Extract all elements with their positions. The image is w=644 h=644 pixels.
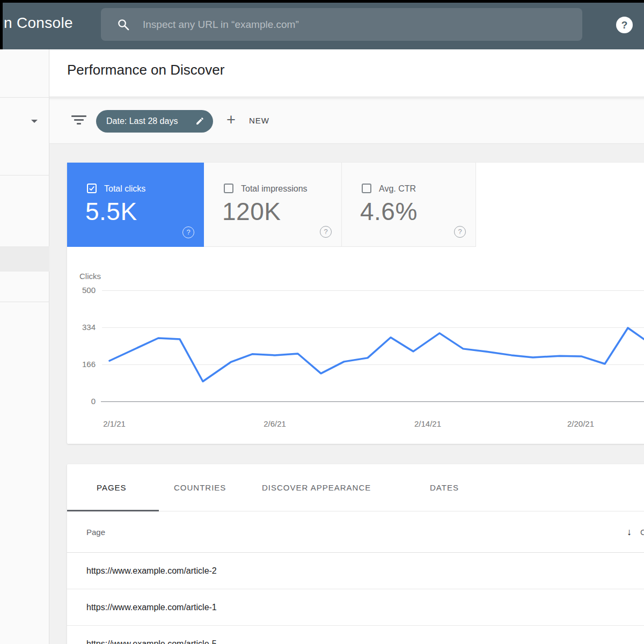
performance-chart-card: Total clicks 5.5K ? Total impressions 12… — [67, 163, 644, 444]
page-title: Performance on Discover — [67, 62, 224, 78]
search-console-performance-page: { "header": { "logo": "n Console", "sear… — [0, 0, 644, 644]
page-url-cell[interactable]: https://www.example.com/article-5 — [86, 626, 217, 644]
dimension-tabs: PAGES COUNTRIES DISCOVER APPEARANCE DATE… — [67, 464, 644, 511]
new-filter-label: NEW — [249, 116, 269, 125]
property-selector-chevron-down-icon[interactable] — [31, 120, 38, 123]
sidebar-divider — [0, 97, 49, 98]
help-button[interactable]: ? — [616, 17, 633, 33]
column-header-clicks-cutoff[interactable]: C — [640, 511, 644, 553]
tab-discover-appearance[interactable]: DISCOVER APPEARANCE — [262, 483, 371, 492]
app-header: n Console Inspect any URL in “example.co… — [0, 0, 644, 49]
sort-arrow-down-icon: ↓ — [627, 511, 632, 553]
search-placeholder: Inspect any URL in “example.com” — [143, 8, 299, 41]
dimensions-table-card: PAGES COUNTRIES DISCOVER APPEARANCE DATE… — [67, 464, 644, 644]
x-tick-label: 2/14/21 — [414, 419, 441, 428]
sidebar-divider — [0, 175, 49, 175]
table-row[interactable]: https://www.example.com/article-1 2 — [67, 589, 644, 626]
x-tick-label: 2/20/21 — [567, 419, 594, 428]
sidebar-nav — [0, 49, 49, 644]
table-row[interactable]: https://www.example.com/article-5 — [67, 626, 644, 644]
tab-pages[interactable]: PAGES — [97, 483, 127, 492]
table-header-row: Page ↓ C — [67, 511, 644, 553]
date-filter-chip[interactable]: Date: Last 28 days — [96, 110, 213, 133]
title-bar: Performance on Discover — [49, 49, 644, 97]
plus-icon: + — [226, 112, 236, 128]
edit-pencil-icon — [195, 116, 204, 126]
column-header-page[interactable]: Page — [86, 511, 105, 553]
page-url-cell[interactable]: https://www.example.com/article-2 — [86, 553, 217, 589]
window-left-edge — [0, 0, 3, 49]
url-inspect-searchbar[interactable]: Inspect any URL in “example.com” — [101, 8, 582, 41]
tab-countries[interactable]: COUNTRIES — [174, 483, 226, 492]
window-top-edge — [0, 0, 644, 3]
x-tick-label: 2/6/21 — [264, 419, 286, 428]
sidebar-item-selected[interactable] — [0, 246, 49, 272]
sidebar-divider — [0, 302, 49, 302]
clicks-series-line — [109, 328, 644, 382]
search-console-logo[interactable]: n Console — [4, 14, 73, 32]
filter-bar: Date: Last 28 days + NEW — [49, 98, 644, 144]
clicks-line-chart — [67, 163, 644, 444]
search-icon — [117, 18, 129, 31]
x-tick-label: 2/1/21 — [103, 419, 126, 428]
filter-list-icon[interactable] — [71, 115, 86, 126]
date-filter-label: Date: Last 28 days — [106, 110, 178, 133]
page-url-cell[interactable]: https://www.example.com/article-1 — [86, 589, 217, 626]
tab-dates[interactable]: DATES — [430, 483, 459, 492]
table-row[interactable]: https://www.example.com/article-2 2 — [67, 553, 644, 589]
